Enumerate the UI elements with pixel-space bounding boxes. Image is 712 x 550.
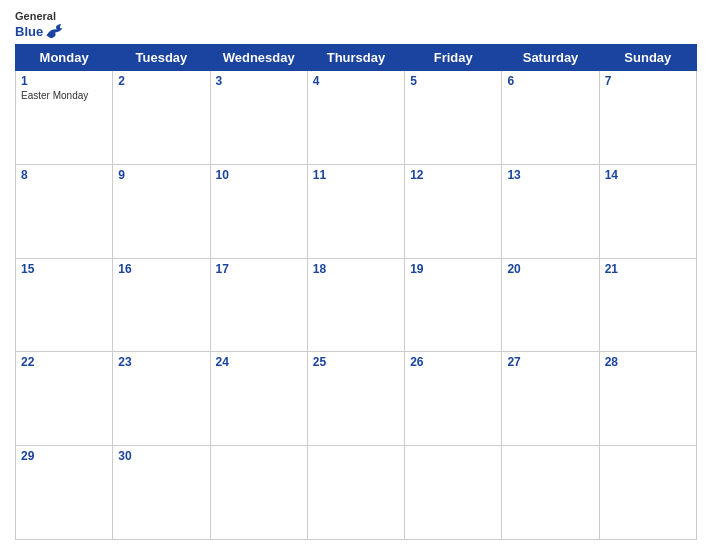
calendar-cell: 22 — [16, 352, 113, 446]
calendar-cell: 10 — [210, 164, 307, 258]
day-number: 17 — [216, 262, 302, 276]
calendar-cell: 20 — [502, 258, 599, 352]
weekday-header-row: MondayTuesdayWednesdayThursdayFridaySatu… — [16, 45, 697, 71]
calendar-cell: 17 — [210, 258, 307, 352]
weekday-header-friday: Friday — [405, 45, 502, 71]
calendar-table: MondayTuesdayWednesdayThursdayFridaySatu… — [15, 44, 697, 540]
day-number: 7 — [605, 74, 691, 88]
weekday-header-wednesday: Wednesday — [210, 45, 307, 71]
day-number: 10 — [216, 168, 302, 182]
calendar-cell: 6 — [502, 71, 599, 165]
week-row-5: 2930 — [16, 446, 697, 540]
calendar-cell: 8 — [16, 164, 113, 258]
calendar-cell: 11 — [307, 164, 404, 258]
calendar-cell: 4 — [307, 71, 404, 165]
day-number: 26 — [410, 355, 496, 369]
day-number: 5 — [410, 74, 496, 88]
week-row-4: 22232425262728 — [16, 352, 697, 446]
day-number: 25 — [313, 355, 399, 369]
weekday-header-thursday: Thursday — [307, 45, 404, 71]
calendar-cell: 26 — [405, 352, 502, 446]
day-number: 20 — [507, 262, 593, 276]
calendar-cell: 25 — [307, 352, 404, 446]
logo-general-text: General — [15, 10, 56, 22]
calendar-cell: 7 — [599, 71, 696, 165]
day-number: 14 — [605, 168, 691, 182]
day-number: 9 — [118, 168, 204, 182]
calendar-cell: 30 — [113, 446, 210, 540]
day-number: 2 — [118, 74, 204, 88]
day-number: 3 — [216, 74, 302, 88]
week-row-3: 15161718192021 — [16, 258, 697, 352]
day-number: 24 — [216, 355, 302, 369]
day-number: 15 — [21, 262, 107, 276]
week-row-2: 891011121314 — [16, 164, 697, 258]
calendar-cell: 24 — [210, 352, 307, 446]
day-number: 19 — [410, 262, 496, 276]
calendar-cell: 2 — [113, 71, 210, 165]
day-number: 23 — [118, 355, 204, 369]
calendar-cell: 23 — [113, 352, 210, 446]
calendar-cell: 16 — [113, 258, 210, 352]
calendar-cell: 27 — [502, 352, 599, 446]
day-number: 16 — [118, 262, 204, 276]
calendar-cell: 29 — [16, 446, 113, 540]
weekday-header-monday: Monday — [16, 45, 113, 71]
weekday-header-sunday: Sunday — [599, 45, 696, 71]
day-number: 22 — [21, 355, 107, 369]
day-number: 30 — [118, 449, 204, 463]
day-number: 27 — [507, 355, 593, 369]
day-number: 6 — [507, 74, 593, 88]
calendar-cell — [502, 446, 599, 540]
day-number: 12 — [410, 168, 496, 182]
calendar-cell: 1Easter Monday — [16, 71, 113, 165]
logo: General Blue — [15, 10, 67, 40]
calendar-cell — [599, 446, 696, 540]
day-number: 8 — [21, 168, 107, 182]
logo-bird-icon — [45, 22, 67, 40]
calendar-cell: 14 — [599, 164, 696, 258]
day-number: 1 — [21, 74, 107, 88]
weekday-header-saturday: Saturday — [502, 45, 599, 71]
calendar-cell: 19 — [405, 258, 502, 352]
day-number: 29 — [21, 449, 107, 463]
calendar-cell: 9 — [113, 164, 210, 258]
calendar-cell: 3 — [210, 71, 307, 165]
calendar-cell: 12 — [405, 164, 502, 258]
logo-blue-text: Blue — [15, 24, 43, 39]
calendar-cell: 28 — [599, 352, 696, 446]
day-number: 4 — [313, 74, 399, 88]
weekday-header-tuesday: Tuesday — [113, 45, 210, 71]
day-number: 11 — [313, 168, 399, 182]
calendar-cell: 18 — [307, 258, 404, 352]
holiday-label: Easter Monday — [21, 90, 107, 101]
calendar-cell — [405, 446, 502, 540]
calendar-cell — [210, 446, 307, 540]
calendar-cell: 13 — [502, 164, 599, 258]
calendar-cell: 21 — [599, 258, 696, 352]
calendar-header: General Blue — [15, 10, 697, 40]
day-number: 21 — [605, 262, 691, 276]
day-number: 18 — [313, 262, 399, 276]
day-number: 13 — [507, 168, 593, 182]
week-row-1: 1Easter Monday234567 — [16, 71, 697, 165]
calendar-cell — [307, 446, 404, 540]
calendar-cell: 5 — [405, 71, 502, 165]
day-number: 28 — [605, 355, 691, 369]
calendar-cell: 15 — [16, 258, 113, 352]
